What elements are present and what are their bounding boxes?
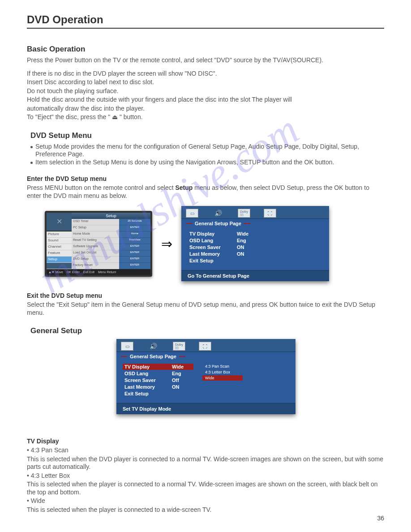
basic-line: Hold the disc around the outside with yo… xyxy=(27,96,384,104)
basic-line: Press the Power button on the TV or the … xyxy=(27,56,384,64)
tv-setup-topbar: Setup xyxy=(72,213,150,219)
basic-operation-heading: Basic Operation xyxy=(27,45,384,54)
basic-line: Do not touch the playing surface. xyxy=(27,87,384,95)
menu-row-last-memory[interactable]: Last MemoryON xyxy=(188,251,258,257)
bullet-text: Setup Mode provides the menu for the con… xyxy=(35,143,384,159)
tv-display-heading: TV Display xyxy=(27,438,384,445)
tab-pref-icon: ⛶ xyxy=(264,209,276,218)
option-desc: This is selected when the player is conn… xyxy=(27,506,384,514)
menu-row-exit-setup[interactable]: Exit Setup xyxy=(123,390,193,397)
panel-footer: Set TV Display Mode xyxy=(116,403,295,414)
bullet-text: Item selection in the Setup Menu is done… xyxy=(35,159,384,167)
wrench-icon: ✕ xyxy=(47,213,72,231)
option-name: • 4:3 Letter Box xyxy=(27,472,384,480)
basic-line: Insert Disc according to label next to d… xyxy=(27,78,384,86)
sub-option-letter-box[interactable]: 4:3 Letter Box xyxy=(202,369,243,375)
bullet-icon xyxy=(30,146,33,148)
panel-header: General Setup Page xyxy=(181,219,329,228)
general-setup-heading: General Setup xyxy=(30,326,384,335)
exit-text: Select the "Exit Setup" item in the Gene… xyxy=(27,301,384,317)
enter-text: Press MENU button on the remote control … xyxy=(27,184,384,200)
enter-dvd-setup-heading: Enter the DVD Setup menu xyxy=(27,175,384,182)
bullet-icon xyxy=(30,162,33,164)
menu-row-tv-display[interactable]: TV DisplayWide xyxy=(188,231,258,237)
tab-pref-icon: ⛶ xyxy=(199,342,211,351)
menu-row-last-memory[interactable]: Last MemoryON xyxy=(123,384,193,390)
dvd-setup-heading: DVD Setup Menu xyxy=(30,131,384,140)
menu-row-tv-display[interactable]: TV DisplayWide xyxy=(123,364,193,370)
page-title: DVD Operation xyxy=(27,13,384,29)
menu-row-osd-lang[interactable]: OSD LangEng xyxy=(188,237,258,244)
basic-line: If there is no disc in the DVD player th… xyxy=(27,70,384,78)
tab-audio-icon: 🔊 xyxy=(147,342,159,351)
option-name: • 4:3 Pan Scan xyxy=(27,446,384,455)
panel-footer: Go To General Setup Page xyxy=(181,270,329,281)
tab-audio-icon: 🔊 xyxy=(212,209,224,218)
basic-line: automatically draw the disc into the pla… xyxy=(27,105,384,113)
arrow-right-icon: ⇒ xyxy=(161,236,172,252)
basic-line: To "Eject" the disc, press the " ⏏ " but… xyxy=(27,113,384,121)
tab-display-icon: ▭ xyxy=(121,342,133,351)
tv-setup-footer: ▲▼ Move OK Enter Exit Exit Menu Return xyxy=(47,269,150,275)
tab-display-icon: ▭ xyxy=(186,209,198,218)
tv-setup-screenshot: ✕ Setup OSD Timer25 Seconds PC SetupENTE… xyxy=(45,211,152,277)
option-name: • Wide xyxy=(27,497,384,505)
panel-header: General Setup Page xyxy=(116,352,295,361)
option-desc: This is selected when the player is conn… xyxy=(27,481,384,496)
page-number: 36 xyxy=(377,515,384,522)
menu-row-screen-saver[interactable]: Screen SaverOff xyxy=(123,377,193,383)
general-setup-panel: ▭ 🔊 Dolby▯▯ ⛶ General Setup Page TV Disp… xyxy=(181,206,329,281)
menu-row-exit-setup[interactable]: Exit Setup xyxy=(188,257,258,264)
tab-dolby-icon: Dolby▯▯ xyxy=(173,342,185,351)
tab-dolby-icon: Dolby▯▯ xyxy=(238,209,250,218)
sub-option-wide[interactable]: Wide xyxy=(202,375,243,381)
sub-option-pan-scan[interactable]: 4:3 Pan Scan xyxy=(202,364,243,369)
exit-dvd-setup-heading: Exit the DVD Setup menu xyxy=(27,292,384,299)
option-desc: This is selected when the DVD player is … xyxy=(27,455,384,471)
general-setup-panel-2: ▭ 🔊 Dolby▯▯ ⛶ General Setup Page TV Disp… xyxy=(116,339,295,414)
menu-row-screen-saver[interactable]: Screen SaverON xyxy=(188,244,258,250)
menu-row-osd-lang[interactable]: OSD LangEng xyxy=(123,370,193,377)
